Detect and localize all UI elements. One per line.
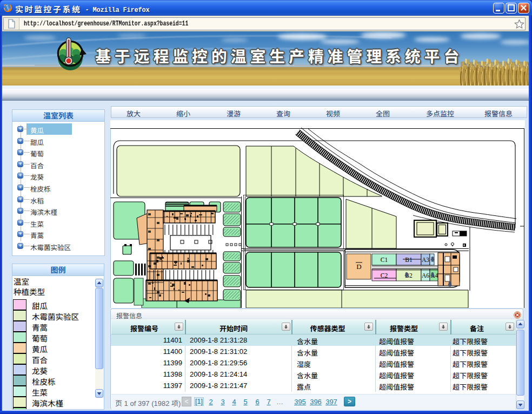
svg-text:A3: A3 [422, 257, 429, 263]
svg-text:C2: C2 [381, 272, 388, 279]
svg-text:A6: A6 [422, 272, 429, 279]
svg-text:C1: C1 [381, 257, 388, 263]
svg-text:D: D [356, 262, 361, 271]
svg-text:B1: B1 [405, 257, 413, 263]
